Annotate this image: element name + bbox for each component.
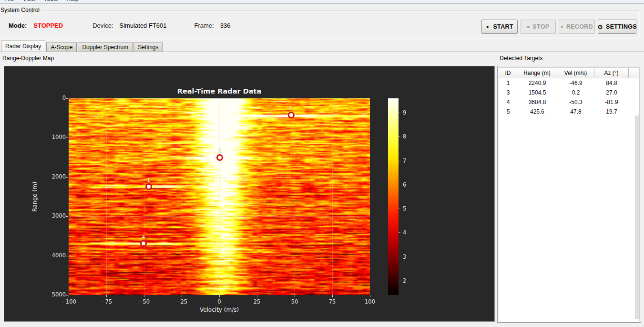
system-control-caption: System Control [0,7,41,13]
x-tick-mark [219,295,220,297]
menu-file[interactable]: File [0,0,18,2]
x-tick-mark [295,295,295,297]
y-tick-label: 0 [45,95,66,101]
target-marker-label: 4 [140,234,147,240]
detected-targets-panel: IDRange (m)Vel (m/s)Az (°) 12240.9-46.98… [497,66,641,323]
detected-targets-label: Detected Targets [500,55,543,62]
y-tick-label: 1000 [45,134,66,140]
record-icon: ● [561,24,563,29]
table-cell: 19.7 [594,108,629,115]
y-tick-label: 2000 [45,173,66,180]
table-cell: 4 [499,99,517,105]
table-row[interactable]: 43684.8-50.3-81.9 [499,97,639,107]
table-cell: 425.6 [517,108,557,115]
table-cell: 27.0 [594,89,629,96]
colorbar-tick-mark [399,209,400,209]
column-header[interactable]: Vel (m/s) [557,68,594,78]
table-cell: 1504.5 [517,89,557,96]
colorbar-tick-label: 7 [403,158,406,164]
target-marker [145,183,152,190]
target-marker [140,240,147,247]
x-tick-label: −25 [171,298,192,305]
colorbar-tick-mark [399,137,400,137]
frame-label: Frame: [194,22,214,29]
table-row[interactable]: 5425.647.819.7 [499,107,639,116]
control-button-row: ► START ■ STOP ● RECORD ⚙ SETTINGS [481,20,636,34]
x-tick-label: 50 [284,298,305,305]
y-axis-label: Range (m) [31,182,38,212]
colorbar-tick-mark [399,113,400,113]
table-cell: 3 [499,89,517,96]
stop-button[interactable]: ■ STOP [521,20,556,34]
x-tick-mark [257,295,257,297]
x-tick-label: 25 [246,298,267,305]
targets-table-header: IDRange (m)Vel (m/s)Az (°) [499,68,639,78]
tab-bar: Radar Display A-Scope Doppler Spectrum S… [1,41,164,52]
y-tick-mark [66,216,68,217]
targets-table-body: 12240.9-46.984.831504.50.227.043684.8-50… [499,78,639,116]
colorbar-tick-label: 6 [403,181,406,188]
vertical-scrollbar[interactable] [635,116,639,319]
range-doppler-heatmap [69,98,370,295]
x-tick-label: −100 [58,298,79,305]
menu-bar: File View Tools Help [0,0,644,4]
y-tick-mark [66,137,68,138]
mode-label: Mode: [9,22,27,29]
start-button[interactable]: ► START [481,20,518,34]
colorbar-tick-mark [399,161,400,161]
colorbar-tick-label: 9 [403,109,406,116]
colorbar-tick-label: 2 [403,277,406,284]
y-tick-mark [66,177,68,178]
record-button[interactable]: ● RECORD [559,20,595,34]
table-cell: 0.2 [557,89,594,96]
x-tick-label: −50 [133,298,154,305]
radar-application-window: File View Tools Help System Control Mode… [0,0,644,327]
stop-icon: ■ [527,24,530,29]
menu-help[interactable]: Help [62,0,83,2]
device-label: Device: [92,22,113,29]
settings-button[interactable]: ⚙ SETTINGS [598,20,636,34]
tab-a-scope[interactable]: A-Scope [46,42,77,52]
colorbar-tick-mark [399,257,400,257]
table-cell: -46.9 [557,80,594,86]
table-cell: 2240.9 [517,80,557,86]
menu-tools[interactable]: Tools [40,0,62,2]
column-header-filler [629,68,639,78]
target-marker-label: 1 [145,178,153,183]
mode-value-badge: STOPPED [33,22,63,29]
column-header[interactable]: ID [499,68,517,78]
column-header[interactable]: Range (m) [517,68,557,78]
range-doppler-map-label: Range-Doppler Map [2,55,54,62]
target-marker [216,154,223,161]
colorbar [388,98,399,295]
start-button-label: START [493,23,513,30]
x-tick-label: 0 [209,298,230,305]
target-marker-label: 5 [287,106,295,111]
colorbar-tick-mark [399,281,400,281]
table-row[interactable]: 12240.9-46.984.8 [499,78,639,88]
tab-radar-display[interactable]: Radar Display [1,41,45,52]
x-axis-label: Velocity (m/s) [200,306,239,313]
table-cell: 84.8 [594,80,629,86]
tab-settings[interactable]: Settings [133,42,163,52]
x-tick-label: 100 [359,298,380,305]
y-tick-label: 4000 [45,252,66,259]
stop-button-label: STOP [532,23,549,30]
y-tick-mark [66,295,68,295]
colorbar-tick-label: 8 [403,133,406,140]
tab-pane-border [0,52,644,52]
device-value: Simulated FT601 [120,22,167,29]
table-cell: 47.8 [557,108,594,115]
table-row[interactable]: 31504.50.227.0 [499,88,639,97]
x-tick-mark [370,295,370,297]
column-header[interactable]: Az (°) [594,68,629,78]
tab-doppler-spectrum[interactable]: Doppler Spectrum [78,42,133,52]
plot-title: Real-Time Radar Data [177,87,261,95]
radar-plot-panel: Real-Time Radar Data 0100020003000400050… [4,66,495,322]
colorbar-tick-mark [399,232,400,233]
frame-counter: 336 [220,22,231,29]
x-tick-label: 75 [322,298,343,305]
x-tick-mark [182,295,182,297]
play-icon: ► [486,24,490,29]
menu-view[interactable]: View [18,0,40,2]
